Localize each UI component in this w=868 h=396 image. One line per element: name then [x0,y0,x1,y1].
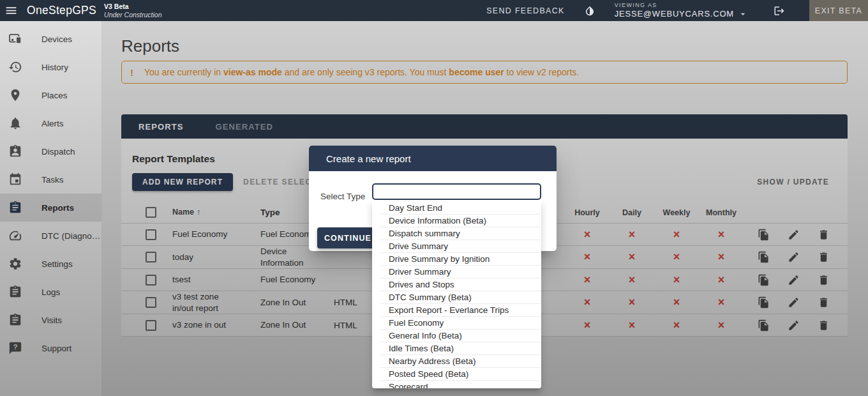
report-type-option[interactable]: Nearby Address (Beta) [372,355,541,368]
theme-toggle-button[interactable] [584,5,595,17]
exit-beta-button[interactable]: EXIT BETA [809,0,868,21]
brand-logo: OneStepGPS [27,4,96,17]
report-type-option[interactable]: Device Information (Beta) [372,215,541,227]
report-type-option[interactable]: General Info (Beta) [372,330,541,342]
report-type-option[interactable]: Drives and Stops [372,278,541,291]
report-type-option[interactable]: DTC Summary (Beta) [372,291,541,304]
report-type-option[interactable]: Export Report - Everlance Trips [372,304,541,317]
report-type-option[interactable]: Drive Summary by Ignition [372,253,541,266]
app-screen: OneStepGPS V3 Beta Under Construction SE… [0,0,868,396]
report-type-option[interactable]: Scorecard [372,381,541,388]
version-subtitle: Under Construction [104,11,161,19]
report-type-option[interactable]: Fuel Economy [372,317,541,330]
report-type-option[interactable]: Idle Times (Beta) [372,342,541,355]
report-type-option[interactable]: Posted Speed (Beta) [372,368,541,381]
continue-button[interactable]: CONTINUE [317,227,378,248]
logout-button[interactable] [774,5,785,17]
viewing-as-user: JESSE@WEBUYCARS.COM [615,9,734,19]
report-type-menu: Day Start End Device Information (Beta) … [372,200,541,388]
select-type-label: Select Type [320,192,365,201]
report-type-option[interactable]: Dispatch summary [372,227,541,240]
viewing-as-dropdown[interactable]: VIEWING AS JESSE@WEBUYCARS.COM [615,2,748,19]
report-type-option[interactable]: Driver Summary [372,266,541,278]
version-label: V3 Beta [104,3,161,10]
menu-icon[interactable] [0,0,22,21]
viewing-as-label: VIEWING AS [615,2,748,9]
modal-title: Create a new report [309,146,557,171]
caret-down-icon [738,9,748,19]
top-bar: OneStepGPS V3 Beta Under Construction SE… [0,0,868,21]
logout-icon [774,5,785,17]
version-info: V3 Beta Under Construction [104,3,161,18]
select-type-input[interactable] [372,183,541,200]
report-type-option[interactable]: Drive Summary [372,240,541,253]
report-type-option[interactable]: Day Start End [372,202,541,215]
send-feedback-button[interactable]: SEND FEEDBACK [486,6,564,15]
invert-colors-icon [584,5,595,17]
